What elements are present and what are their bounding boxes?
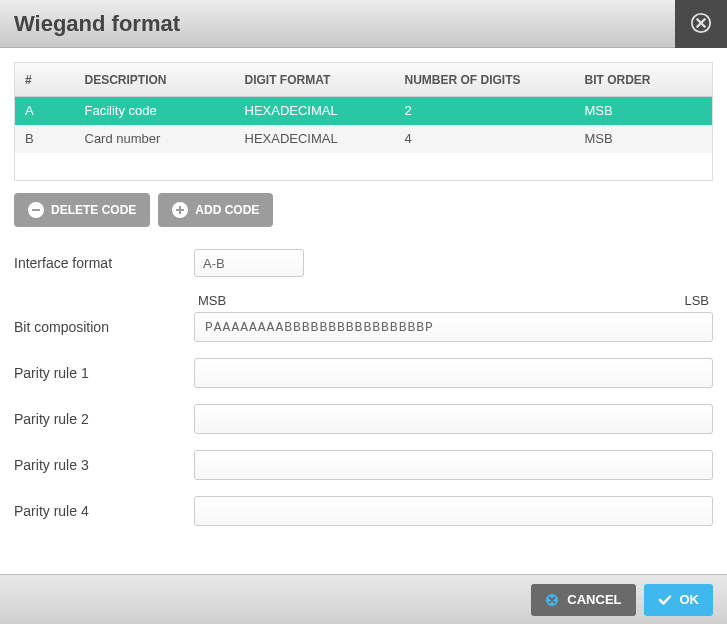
cell-digits: 2 [395,97,575,125]
col-order: BIT ORDER [575,63,713,97]
bit-endian-labels: MSB LSB [194,293,713,308]
add-code-label: ADD CODE [195,203,259,217]
msb-label: MSB [198,293,226,308]
delete-code-button[interactable]: DELETE CODE [14,193,150,227]
cell-order: MSB [575,97,713,125]
table-row[interactable]: B Card number HEXADECIMAL 4 MSB [15,125,713,153]
row-parity-1: Parity rule 1 [14,358,713,388]
cancel-icon [545,593,559,607]
form: Interface format MSB LSB Bit composition… [14,249,713,526]
check-icon [658,593,672,607]
cell-desc: Card number [75,125,235,153]
cell-order: MSB [575,125,713,153]
cell-fmt: HEXADECIMAL [235,97,395,125]
row-bit-composition: Bit composition [14,312,713,342]
close-button[interactable] [675,0,727,48]
codes-table: # DESCRIPTION DIGIT FORMAT NUMBER OF DIG… [14,62,713,181]
dialog-title: Wiegand format [14,11,180,37]
minus-icon [28,202,44,218]
cell-num: B [15,125,75,153]
dialog-footer: CANCEL OK [0,574,727,624]
row-parity-4: Parity rule 4 [14,496,713,526]
plus-icon [172,202,188,218]
parity-4-label: Parity rule 4 [14,503,194,519]
cell-digits: 4 [395,125,575,153]
interface-format-label: Interface format [14,255,194,271]
action-buttons: DELETE CODE ADD CODE [14,193,713,227]
svg-rect-1 [32,209,40,211]
col-num: # [15,63,75,97]
parity-4-input[interactable] [194,496,713,526]
interface-format-input[interactable] [194,249,304,277]
col-digits: NUMBER OF DIGITS [395,63,575,97]
cancel-label: CANCEL [567,592,621,607]
cell-desc: Facility code [75,97,235,125]
close-icon [690,12,712,37]
delete-code-label: DELETE CODE [51,203,136,217]
bit-composition-input[interactable] [194,312,713,342]
row-parity-3: Parity rule 3 [14,450,713,480]
add-code-button[interactable]: ADD CODE [158,193,273,227]
col-desc: DESCRIPTION [75,63,235,97]
parity-1-label: Parity rule 1 [14,365,194,381]
row-interface-format: Interface format [14,249,713,277]
col-fmt: DIGIT FORMAT [235,63,395,97]
dialog-header: Wiegand format [0,0,727,48]
table-row[interactable]: A Facility code HEXADECIMAL 2 MSB [15,97,713,125]
cell-num: A [15,97,75,125]
cancel-button[interactable]: CANCEL [531,584,635,616]
bit-composition-label: Bit composition [14,319,194,335]
lsb-label: LSB [684,293,709,308]
parity-2-input[interactable] [194,404,713,434]
ok-button[interactable]: OK [644,584,714,616]
dialog-content: # DESCRIPTION DIGIT FORMAT NUMBER OF DIG… [0,48,727,556]
parity-1-input[interactable] [194,358,713,388]
table-pad [15,153,713,181]
parity-3-input[interactable] [194,450,713,480]
parity-2-label: Parity rule 2 [14,411,194,427]
parity-3-label: Parity rule 3 [14,457,194,473]
cell-fmt: HEXADECIMAL [235,125,395,153]
ok-label: OK [680,592,700,607]
table-header-row: # DESCRIPTION DIGIT FORMAT NUMBER OF DIG… [15,63,713,97]
svg-rect-3 [176,209,184,211]
row-parity-2: Parity rule 2 [14,404,713,434]
